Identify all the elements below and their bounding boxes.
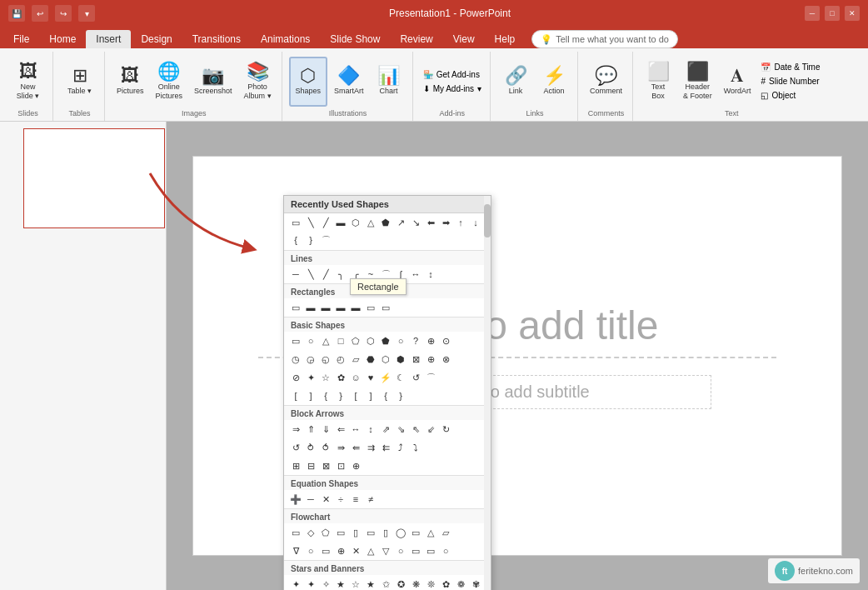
bs5[interactable]: ⬠ (349, 334, 362, 348)
bs10[interactable]: ⊕ (424, 334, 437, 348)
bs1[interactable]: ▭ (289, 334, 302, 348)
bs11[interactable]: ⊙ (439, 334, 452, 348)
shape-brace2[interactable]: } (304, 233, 317, 247)
fc9[interactable]: ▭ (409, 526, 422, 539)
textbox-button[interactable]: ⬜ TextBox (640, 57, 676, 107)
ba15[interactable]: ⇛ (334, 441, 347, 454)
shape-arc[interactable]: ⌒ (319, 233, 332, 247)
rect1[interactable]: ▭ (289, 301, 302, 314)
eq3[interactable]: ✕ (319, 492, 332, 506)
ba20[interactable]: ⤵ (409, 441, 422, 454)
bs34[interactable]: ] (304, 389, 317, 402)
shape-roundrect[interactable]: ▬ (334, 216, 347, 229)
shape-line2[interactable]: ╱ (319, 216, 332, 229)
bs36[interactable]: } (334, 389, 347, 402)
fc5[interactable]: ▯ (349, 526, 362, 539)
bs23[interactable]: ⊘ (289, 371, 302, 384)
customize-icon[interactable]: ▾ (78, 5, 95, 22)
tab-review[interactable]: Review (390, 30, 442, 48)
shape-line1[interactable]: ╲ (304, 216, 317, 229)
ba12[interactable]: ↺ (289, 441, 302, 454)
ba6[interactable]: ↕ (364, 422, 377, 436)
fc15[interactable]: ⊕ (334, 544, 347, 558)
shapes-scrollbar[interactable] (484, 196, 491, 590)
ba21[interactable]: ⊞ (289, 459, 302, 472)
new-slide-button[interactable]: 🖼 NewSlide ▾ (10, 57, 47, 107)
fc8[interactable]: ◯ (394, 526, 407, 539)
bs22[interactable]: ⊗ (439, 352, 452, 366)
rect5[interactable]: ▬ (349, 301, 362, 314)
fc7[interactable]: ▯ (379, 526, 392, 539)
fc4[interactable]: ▭ (334, 526, 347, 539)
sb7[interactable]: ✩ (379, 578, 392, 590)
shape-uparrow[interactable]: ↑ (454, 216, 467, 229)
fc22[interactable]: ○ (439, 544, 452, 558)
shapes-button[interactable]: ⬡ Shapes (289, 57, 328, 107)
bs25[interactable]: ☆ (319, 371, 332, 384)
redo-icon[interactable]: ↪ (55, 5, 72, 22)
shape-arrow1[interactable]: ↗ (394, 216, 407, 229)
ba1[interactable]: ⇒ (289, 422, 302, 436)
sb1[interactable]: ✦ (289, 578, 302, 590)
ba24[interactable]: ⊡ (334, 459, 347, 472)
bs16[interactable]: ▱ (349, 352, 362, 366)
eq5[interactable]: ≡ (349, 492, 362, 506)
fc20[interactable]: ▭ (409, 544, 422, 558)
fc2[interactable]: ◇ (304, 526, 317, 539)
bs28[interactable]: ♥ (364, 371, 377, 384)
line-arrow2[interactable]: ↕ (424, 268, 437, 281)
get-addins-button[interactable]: 🏪 Get Add-ins (420, 68, 483, 81)
rect3[interactable]: ▬ (319, 301, 332, 314)
shape-arrow2[interactable]: ↘ (409, 216, 422, 229)
sb6[interactable]: ★ (364, 578, 377, 590)
ba17[interactable]: ⇉ (364, 441, 377, 454)
ba22[interactable]: ⊟ (304, 459, 317, 472)
shape-downarrow[interactable]: ↓ (469, 216, 482, 229)
bs4[interactable]: □ (334, 334, 347, 348)
ba11[interactable]: ↻ (439, 422, 452, 436)
fc13[interactable]: ○ (304, 544, 317, 558)
fc12[interactable]: ∇ (289, 544, 302, 558)
bs2[interactable]: ○ (304, 334, 317, 348)
eq2[interactable]: ─ (304, 492, 317, 506)
fc14[interactable]: ▭ (319, 544, 332, 558)
fc11[interactable]: ▱ (439, 526, 452, 539)
bs7[interactable]: ⬟ (379, 334, 392, 348)
sb10[interactable]: ❊ (424, 578, 437, 590)
line-straight[interactable]: ─ (289, 268, 302, 281)
sb3[interactable]: ✧ (319, 578, 332, 590)
ba25[interactable]: ⊕ (349, 459, 362, 472)
eq6[interactable]: ≠ (364, 492, 377, 506)
sb4[interactable]: ★ (334, 578, 347, 590)
ba14[interactable]: ⥀ (319, 441, 332, 454)
bs40[interactable]: } (394, 389, 407, 402)
shape-leftarrow[interactable]: ⬅ (424, 216, 437, 229)
bs9[interactable]: ? (409, 334, 422, 348)
object-button[interactable]: ◱ Object (757, 89, 823, 102)
bs30[interactable]: ☾ (394, 371, 407, 384)
close-button[interactable]: ✕ (845, 6, 860, 21)
eq4[interactable]: ÷ (334, 492, 347, 506)
bs3[interactable]: △ (319, 334, 332, 348)
rect4[interactable]: ▬ (334, 301, 347, 314)
line-diag1[interactable]: ╲ (304, 268, 317, 281)
tab-design[interactable]: Design (131, 30, 182, 48)
minimize-button[interactable]: ─ (805, 6, 820, 21)
fc1[interactable]: ▭ (289, 526, 302, 539)
fc10[interactable]: △ (424, 526, 437, 539)
tab-slideshow[interactable]: Slide Show (320, 30, 390, 48)
bs20[interactable]: ⊠ (409, 352, 422, 366)
fc16[interactable]: ✕ (349, 544, 362, 558)
sb12[interactable]: ❁ (454, 578, 467, 590)
table-button[interactable]: ⊞ Table ▾ (62, 57, 98, 107)
sb9[interactable]: ❋ (409, 578, 422, 590)
fc3[interactable]: ⬠ (319, 526, 332, 539)
bs12[interactable]: ◷ (289, 352, 302, 366)
fc6[interactable]: ▭ (364, 526, 377, 539)
line-curve1[interactable]: ╮ (334, 268, 347, 281)
scrollbar-thumb[interactable] (484, 204, 491, 238)
tab-animations[interactable]: Animations (251, 30, 320, 48)
tab-file[interactable]: File (3, 30, 39, 48)
ba10[interactable]: ⇙ (424, 422, 437, 436)
pictures-button[interactable]: 🖼 Pictures (112, 57, 149, 107)
